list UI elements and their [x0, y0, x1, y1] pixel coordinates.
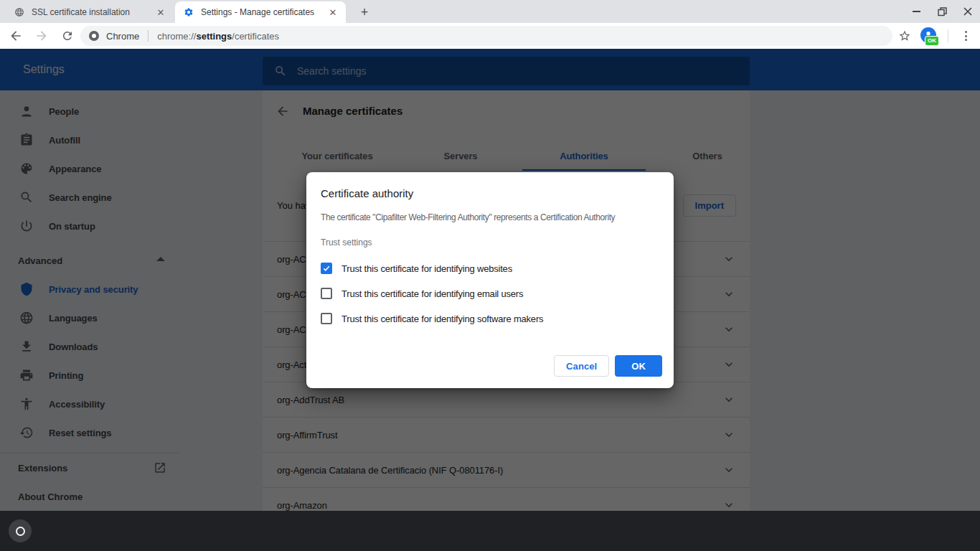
dialog-title: Certificate authority: [321, 187, 413, 199]
toolbar-separator: [948, 29, 948, 42]
tab-close-icon[interactable]: ✕: [327, 6, 339, 18]
globe-favicon-icon: [14, 7, 24, 17]
chromeos-shelf: 1 11:25: [0, 511, 980, 551]
restore-button[interactable]: [937, 6, 947, 17]
address-bar[interactable]: Chrome chrome://settings/certificates: [80, 26, 892, 46]
checkbox-trust-websites[interactable]: [321, 263, 332, 274]
trust-software-row[interactable]: Trust this certificate for identifying s…: [321, 313, 543, 324]
certificate-authority-dialog: Certificate authority The certificate "C…: [306, 172, 674, 388]
url-host: settings: [196, 31, 232, 42]
toolbar-right-cluster: OK: [896, 23, 980, 49]
minimize-button[interactable]: [911, 6, 921, 17]
trust-websites-row[interactable]: Trust this certificate for identifying w…: [321, 263, 512, 274]
window-controls: [911, 0, 980, 23]
gear-favicon-icon: [184, 7, 194, 17]
trust-email-row[interactable]: Trust this certificate for identifying e…: [321, 288, 523, 299]
browser-tab-strip: SSL certificate installation ✕ Settings …: [0, 0, 980, 23]
checkbox-trust-email[interactable]: [321, 288, 332, 299]
checkbox-trust-software[interactable]: [321, 313, 332, 324]
ok-button[interactable]: OK: [615, 355, 662, 377]
dialog-body-text: The certificate "Cipafilter Web-Filterin…: [321, 212, 615, 222]
new-tab-button[interactable]: +: [356, 4, 373, 21]
tab-title: SSL certificate installation: [32, 7, 148, 17]
tab-close-icon[interactable]: ✕: [155, 6, 166, 18]
forward-button[interactable]: [33, 27, 50, 44]
dialog-buttons: Cancel OK: [554, 355, 662, 377]
site-label: Chrome: [106, 31, 139, 42]
close-window-button[interactable]: [963, 6, 973, 17]
profile-avatar[interactable]: OK: [920, 27, 938, 44]
browser-tab-settings[interactable]: Settings - Manage certificates ✕: [175, 1, 346, 23]
profile-ok-badge: OK: [925, 36, 939, 46]
chromeos-screen: SSL certificate installation ✕ Settings …: [0, 0, 980, 551]
browser-tab-ssl[interactable]: SSL certificate installation ✕: [6, 1, 174, 23]
url-path: /certificates: [232, 31, 279, 42]
cancel-button[interactable]: Cancel: [554, 355, 609, 377]
reload-button[interactable]: [59, 27, 76, 44]
browser-toolbar: Chrome chrome://settings/certificates OK: [0, 23, 980, 49]
tab-title: Settings - Manage certificates: [201, 7, 320, 17]
launcher-button[interactable]: [9, 519, 32, 542]
omnibox-separator: [148, 30, 149, 42]
bookmark-star-icon[interactable]: [896, 27, 913, 44]
trust-settings-label: Trust settings: [321, 237, 372, 248]
url-scheme: chrome://: [157, 31, 196, 42]
browser-menu-button[interactable]: [957, 27, 974, 44]
launcher-icon: [16, 527, 25, 536]
back-button[interactable]: [7, 27, 24, 44]
chrome-page-icon: [89, 31, 99, 41]
